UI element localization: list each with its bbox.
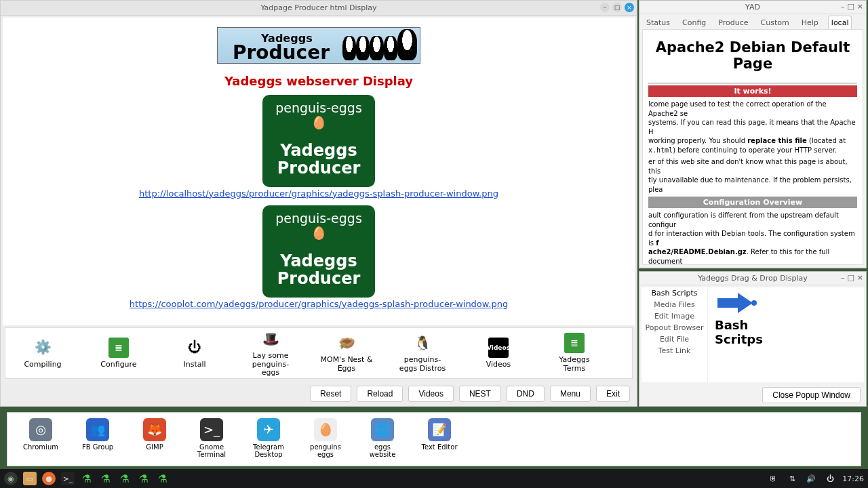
nest-button[interactable]: NEST — [459, 386, 501, 402]
dnd-content: Bash Scritps — [708, 287, 864, 382]
yad-window: YAD – □ × StatusConfigProduceCustomHelpl… — [639, 0, 867, 268]
config-overview-bar: Configuration Overview — [648, 197, 857, 208]
launcher-icon: 🌐 — [371, 418, 394, 441]
launcher-gnome-terminal[interactable]: >_Gnome Terminal — [192, 418, 231, 458]
tab-status[interactable]: Status — [644, 16, 673, 29]
maximize-button[interactable]: □ — [847, 2, 854, 11]
dnd-titlebar: Yadeggs Drag & Drop Display – □ × — [639, 272, 866, 285]
network-icon[interactable]: ⇅ — [785, 472, 799, 485]
launcher-label: Gnome Terminal — [192, 443, 231, 458]
main-content: Yadeggs Producer Yadeggs webserver Displ… — [3, 18, 635, 325]
launcher-chromium[interactable]: ◎Chromium — [21, 418, 60, 451]
tool-label: Install — [183, 361, 205, 369]
dnd-window: Yadeggs Drag & Drop Display – □ × Bash S… — [639, 271, 867, 407]
launcher-penguins-eggs[interactable]: 🥚penguins eggs — [306, 418, 345, 458]
dnd-item-popout-browser[interactable]: Popout Browser — [642, 322, 707, 333]
tool-label: penguins-eggs Distros — [396, 356, 449, 373]
desktop-launcher: ◎Chromium👥FB Group🦊GIMP>_Gnome Terminal✈… — [7, 412, 861, 466]
tool-icon: 🪹 — [336, 333, 357, 353]
close-popup-button[interactable]: Close Popup Window — [762, 387, 861, 403]
launcher-text-editor[interactable]: 📝Text Editor — [420, 418, 459, 451]
tool-icon: ≣ — [564, 333, 585, 353]
tab-help[interactable]: Help — [799, 16, 821, 29]
app-icon[interactable]: ⚗ — [80, 472, 94, 485]
splash-tile-2: penguis-eggs 🥚 Yadeggs Producer — [262, 205, 375, 298]
exit-button[interactable]: Exit — [596, 386, 630, 402]
launcher-label: Chromium — [23, 443, 58, 451]
app-icon[interactable]: ⚗ — [137, 472, 151, 485]
launcher-icon: ◎ — [29, 418, 52, 441]
shield-icon[interactable]: ⛨ — [766, 472, 780, 485]
tab-config[interactable]: Config — [679, 16, 709, 29]
power-icon[interactable]: ⏻ — [823, 472, 837, 485]
app-icon[interactable]: ⚗ — [99, 472, 113, 485]
menu-button[interactable]: Menu — [550, 386, 591, 402]
tab-produce[interactable]: Produce — [715, 16, 751, 29]
app-icon[interactable]: ⚗ — [156, 472, 170, 485]
dnd-item-edit-file[interactable]: Edit File — [642, 333, 707, 345]
launcher-label: GIMP — [146, 443, 163, 451]
page-subtitle: Yadeggs webserver Display — [3, 74, 635, 88]
minimize-button[interactable]: – — [841, 273, 845, 282]
close-button[interactable]: × — [625, 3, 634, 12]
svg-point-1 — [751, 300, 757, 306]
svg-marker-0 — [717, 293, 753, 313]
tool-mom-s-nest-eggs[interactable]: 🪹MOM's Nest & Eggs — [320, 333, 373, 373]
launcher-gimp[interactable]: 🦊GIMP — [135, 418, 174, 451]
launcher-telegram-desktop[interactable]: ✈Telegram Desktop — [249, 418, 288, 458]
main-window: Yadpage Producer html Display – □ × Yade… — [0, 0, 637, 407]
tab-custom[interactable]: Custom — [758, 16, 792, 29]
tool-lay-some-penguins-eggs[interactable]: 🎩Lay some penguins-eggs — [244, 329, 297, 378]
tool-compiling[interactable]: ⚙️Compiling — [16, 338, 69, 369]
maximize-button[interactable]: □ — [847, 273, 854, 282]
tool-penguins-eggs-distros[interactable]: 🐧penguins-eggs Distros — [396, 333, 449, 373]
tab-local[interactable]: local — [828, 16, 852, 29]
menu-button[interactable]: ◉ — [4, 472, 18, 485]
apache-text: er of this web site and don't know what … — [648, 157, 857, 194]
launcher-fb-group[interactable]: 👥FB Group — [78, 418, 117, 451]
tile-egg-icon: 🥚 — [265, 226, 372, 240]
minimize-button[interactable]: – — [841, 2, 845, 11]
banner-line2: Producer — [233, 41, 330, 64]
tool-icon: 🎩 — [260, 329, 281, 349]
app-icon[interactable]: ⚗ — [118, 472, 132, 485]
terminal-icon[interactable]: >_ — [61, 472, 75, 485]
tile-line1: penguis-eggs — [265, 100, 372, 115]
firefox-icon[interactable]: ● — [42, 472, 56, 485]
launcher-label: eggs website — [363, 443, 402, 458]
launcher-label: FB Group — [82, 443, 113, 451]
link-cooplot[interactable]: https://cooplot.com/yadeggs/producer/gra… — [130, 299, 508, 309]
tile-egg-icon: 🥚 — [265, 115, 372, 129]
tool-yadeggs-terms[interactable]: ≣Yadeggs Terms — [548, 333, 601, 373]
dnd-title: Yadeggs Drag & Drop Display — [698, 274, 808, 283]
system-tray: ⛨ ⇅ 🔊 ⏻ 17:26 — [766, 472, 864, 485]
launcher-label: Text Editor — [422, 443, 458, 451]
reset-button[interactable]: Reset — [310, 386, 351, 402]
yad-title: YAD — [745, 3, 760, 12]
apache-text: ault configuration is different from the… — [648, 211, 857, 265]
maximize-button[interactable]: □ — [612, 3, 622, 12]
minimize-button[interactable]: – — [600, 3, 610, 12]
arrow-icon — [715, 291, 758, 314]
dnd-button[interactable]: DND — [507, 386, 545, 402]
taskbar: ◉ ▭ ● >_ ⚗ ⚗ ⚗ ⚗ ⚗ ⛨ ⇅ 🔊 ⏻ 17:26 — [0, 469, 868, 488]
link-localhost[interactable]: http://localhost/yadeggs/producer/graphi… — [139, 188, 498, 199]
files-icon[interactable]: ▭ — [23, 472, 37, 485]
videos-button[interactable]: Videos — [408, 386, 453, 402]
dnd-item-bash-scripts[interactable]: Bash Scripts — [642, 287, 707, 299]
close-button[interactable]: × — [857, 273, 863, 282]
close-button[interactable]: × — [857, 2, 863, 11]
tool-videos[interactable]: VideosVideos — [472, 338, 525, 369]
dnd-item-edit-image[interactable]: Edit Image — [642, 310, 707, 322]
clock[interactable]: 17:26 — [842, 474, 864, 483]
reload-button[interactable]: Reload — [357, 386, 403, 402]
tool-install[interactable]: ⏻Install — [168, 338, 221, 369]
launcher-eggs-website[interactable]: 🌐eggs website — [363, 418, 402, 458]
tool-configure[interactable]: ≣Configure — [92, 338, 145, 369]
dnd-item-test-link[interactable]: Test Link — [642, 345, 707, 357]
tool-label: Videos — [486, 361, 511, 369]
it-works-bar: It works! — [648, 85, 857, 97]
dnd-item-media-files[interactable]: Media Files — [642, 299, 707, 310]
yad-titlebar: YAD – □ × — [639, 1, 866, 14]
volume-icon[interactable]: 🔊 — [804, 472, 818, 485]
